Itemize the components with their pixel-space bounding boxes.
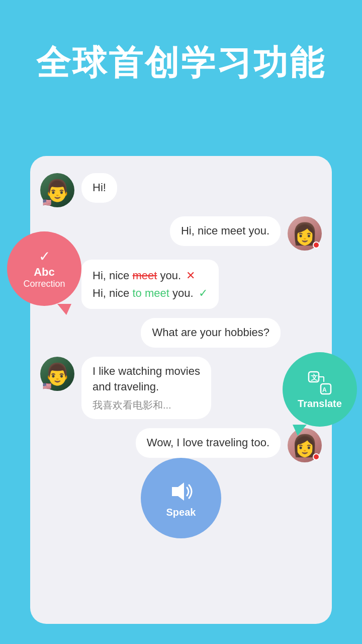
flag-badge-1: 🇺🇸 (41, 198, 52, 206)
chat-row-4: What are your hobbies? (40, 318, 322, 348)
speak-label: Speak (166, 507, 196, 518)
chat-row-6: Wow, I love traveling too. (40, 428, 322, 462)
translate-label: Translate (298, 398, 342, 410)
right-word: to meet (132, 287, 169, 299)
wrong-word: meet (132, 269, 157, 282)
chat-row-5: 🇺🇸 I like watching movies and traveling.… (40, 357, 322, 419)
abc-label: Abc (34, 266, 55, 279)
speak-icon (168, 478, 194, 505)
message-bubble-1: Hi! (81, 173, 117, 203)
correction-right-line: Hi, nice to meet you. ✓ (93, 284, 208, 302)
svg-text:A: A (322, 386, 327, 393)
flag-badge-3: 🇺🇸 (41, 382, 52, 390)
checkmark-icon: ✓ (199, 284, 208, 302)
app-background: 全球首创学习功能 🇺🇸 Hi! Hi, nice meet you. 🇺🇸 (0, 0, 362, 644)
message-bubble-4: What are your hobbies? (141, 318, 281, 348)
translate-bubble[interactable]: 文 A Translate (283, 352, 357, 427)
chat-row-3: 🇺🇸 Hi, nice meet you. ✕ Hi, nice to meet… (40, 260, 322, 309)
correction-wrong-text: Hi, nice meet you. (93, 267, 181, 284)
chat-row-2: Hi, nice meet you. (40, 216, 322, 251)
page-title: 全球首创学习功能 (0, 40, 362, 86)
chat-row-1: 🇺🇸 Hi! (40, 173, 322, 207)
svg-text:文: 文 (311, 373, 318, 381)
avatar-male-3: 🇺🇸 (40, 357, 74, 391)
message-bubble-5: I like watching movies and traveling. 我喜… (81, 357, 211, 419)
x-mark-icon: ✕ (186, 267, 195, 284)
correction-bubble: Hi, nice meet you. ✕ Hi, nice to meet yo… (81, 260, 219, 309)
svg-marker-6 (172, 482, 184, 501)
online-badge-1 (313, 242, 320, 249)
correction-label: Correction (23, 279, 65, 289)
translate-icon: 文 A (307, 370, 333, 396)
message-text-zh: 我喜欢看电影和... (93, 398, 200, 412)
message-bubble-6: Wow, I love traveling too. (136, 428, 281, 458)
message-bubble-2: Hi, nice meet you. (170, 216, 281, 246)
avatar-male-1: 🇺🇸 (40, 173, 74, 207)
speak-bubble[interactable]: Speak (141, 458, 221, 538)
correction-check-icon: ✓ (39, 248, 50, 265)
abc-correction-bubble[interactable]: ✓ Abc Correction (7, 231, 81, 306)
avatar-female-1 (288, 216, 322, 251)
correction-right-text: Hi, nice to meet you. (93, 284, 194, 302)
message-text-en: I like watching movies and traveling. (93, 364, 200, 395)
correction-wrong-line: Hi, nice meet you. ✕ (93, 267, 208, 284)
online-badge-2 (313, 453, 320, 460)
